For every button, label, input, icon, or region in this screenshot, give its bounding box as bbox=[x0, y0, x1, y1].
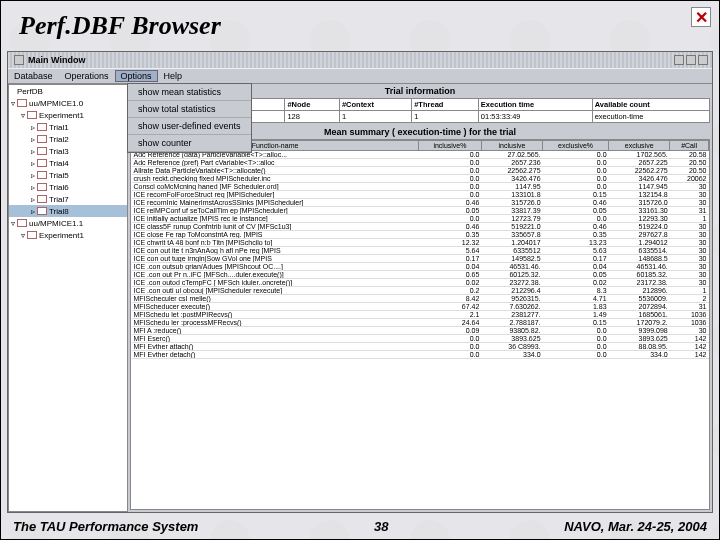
menubar: Database Operations Options Help bbox=[8, 68, 712, 84]
tree-item[interactable]: ▹Trial8 bbox=[9, 205, 127, 217]
table-row[interactable]: MFISchedu let :postMPIRecvs()2.12381277.… bbox=[132, 311, 709, 319]
tree-item[interactable]: ▿Experiment1 bbox=[9, 109, 127, 121]
table-row[interactable]: ICE recomFolForceStruct req [MPISchedule… bbox=[132, 191, 709, 199]
folder-icon bbox=[27, 231, 37, 239]
grid-header[interactable]: #Call bbox=[670, 141, 709, 151]
tree-item[interactable]: ▿Experiment1 bbox=[9, 229, 127, 241]
table-row[interactable]: MFI Evther detach()0.0334.00.0334.0142 bbox=[132, 351, 709, 359]
info-header[interactable]: #Thread bbox=[412, 99, 479, 111]
menu-options[interactable]: Options bbox=[115, 70, 158, 82]
close-icon[interactable]: ✕ bbox=[691, 7, 711, 27]
tree-item[interactable]: ▹Trial6 bbox=[9, 181, 127, 193]
folder-icon bbox=[37, 135, 47, 143]
table-row[interactable]: Adc Reference (pref) Part cVariable<T>::… bbox=[132, 159, 709, 167]
table-row[interactable]: ICE .con outod cTempFC [ MFSch iduler..o… bbox=[132, 279, 709, 287]
table-row[interactable]: ICE .con outsub grian/Adues [MPIShcout O… bbox=[132, 263, 709, 271]
tree-item[interactable]: ▹Trial1 bbox=[9, 121, 127, 133]
summary-grid[interactable]: Function-nameinclusive%inclusiveexclusiv… bbox=[130, 139, 710, 510]
tree-item[interactable]: ▹Trial4 bbox=[9, 157, 127, 169]
table-row[interactable]: crush reckt.checking fixed MPIScheduler.… bbox=[132, 175, 709, 183]
tree-item[interactable]: ▿uu/MPMICE1.0 bbox=[9, 97, 127, 109]
folder-icon bbox=[37, 159, 47, 167]
tree-item[interactable]: ▹Trial5 bbox=[9, 169, 127, 181]
folder-icon bbox=[27, 111, 37, 119]
table-row[interactable]: MFI A :reduce()0.0993805.82.0.09399.0983… bbox=[132, 327, 709, 335]
dropdown-item-1[interactable]: show total statistics bbox=[128, 101, 251, 118]
dropdown-item-0[interactable]: show mean statistics bbox=[128, 84, 251, 101]
maximize-icon[interactable] bbox=[686, 55, 696, 65]
table-row[interactable]: ICE recomInic MainerImstAcrosSSinks [MPI… bbox=[132, 199, 709, 207]
info-cell: 1 bbox=[412, 111, 479, 123]
table-row[interactable]: ICE relMPConf uf seToCallTim ep [MPISche… bbox=[132, 207, 709, 215]
table-row[interactable]: Allrate Data ParticleVariable<T>::alloca… bbox=[132, 167, 709, 175]
info-cell: 128 bbox=[285, 111, 339, 123]
window-menu-icon[interactable] bbox=[14, 55, 24, 65]
info-cell: 01:53:33:49 bbox=[478, 111, 592, 123]
table-row[interactable]: MFIScheculer csI melle()8.429526315.4.71… bbox=[132, 295, 709, 303]
grid-header[interactable]: inclusive% bbox=[419, 141, 482, 151]
slide-title: Perf.DBF Browser bbox=[19, 11, 221, 41]
dropdown-item-3[interactable]: show counter bbox=[128, 135, 251, 152]
table-row[interactable]: ICE initially actualize [MPIS rec ie ins… bbox=[132, 215, 709, 223]
folder-icon bbox=[17, 99, 27, 107]
close-window-icon[interactable] bbox=[698, 55, 708, 65]
grid-header[interactable]: exclusive bbox=[609, 141, 670, 151]
folder-icon bbox=[17, 219, 27, 227]
footer-left: The TAU Performance System bbox=[13, 519, 198, 534]
table-row[interactable]: MFIScheducer execute()67.427.630262.1.83… bbox=[132, 303, 709, 311]
tree-item[interactable]: ▿uu/MPMICE1.1 bbox=[9, 217, 127, 229]
folder-icon bbox=[37, 207, 47, 215]
info-header[interactable]: #Node bbox=[285, 99, 339, 111]
footer-right: NAVO, Mar. 24-25, 2004 bbox=[564, 519, 707, 534]
dropdown-item-2[interactable]: show user-defined events bbox=[128, 118, 251, 135]
folder-icon bbox=[37, 195, 47, 203]
tree-item[interactable]: ▹Trial3 bbox=[9, 145, 127, 157]
folder-icon bbox=[37, 123, 47, 131]
info-header[interactable]: Available count bbox=[592, 99, 709, 111]
table-row[interactable]: ICE chwrit tA 48 bonf n:b Titn [MPISchci… bbox=[132, 239, 709, 247]
table-row[interactable]: ICE .con outi ul obcouj [MPIScheduler re… bbox=[132, 287, 709, 295]
table-row[interactable]: Conscl coMcMcning haned [MF Scheduler.or… bbox=[132, 183, 709, 191]
folder-icon bbox=[37, 147, 47, 155]
table-row[interactable]: ICE close Fe rap ToMconstntA reg. [MPIS0… bbox=[132, 231, 709, 239]
table-row[interactable]: ICE class5F runup Confntrib iunit of CV … bbox=[132, 223, 709, 231]
menu-help[interactable]: Help bbox=[158, 71, 189, 81]
folder-icon bbox=[37, 171, 47, 179]
tree-panel[interactable]: PerfDB▿uu/MPMICE1.0▿Experiment1▹Trial1▹T… bbox=[8, 84, 128, 512]
table-row[interactable]: ICE con out ite t n3nAnAog h afl nPe reg… bbox=[132, 247, 709, 255]
table-row[interactable]: ICE con out tuge irngln|Sow GVol one [MP… bbox=[132, 255, 709, 263]
table-row[interactable]: MFI Evther attach()0.036 C8993.0.088.08.… bbox=[132, 343, 709, 351]
info-cell: 1 bbox=[339, 111, 411, 123]
tree-item[interactable]: PerfDB bbox=[9, 85, 127, 97]
tree-item[interactable]: ▹Trial2 bbox=[9, 133, 127, 145]
minimize-icon[interactable] bbox=[674, 55, 684, 65]
info-header[interactable]: #Context bbox=[339, 99, 411, 111]
info-cell: execution-time bbox=[592, 111, 709, 123]
table-row[interactable]: ICE .con out Pr n..iFC [MFSch....duler.e… bbox=[132, 271, 709, 279]
table-row[interactable]: MFISchedu ler :processMFRecvs()24.642.78… bbox=[132, 319, 709, 327]
menu-database[interactable]: Database bbox=[8, 71, 59, 81]
menu-operations[interactable]: Operations bbox=[59, 71, 115, 81]
grid-header[interactable]: inclusive bbox=[481, 141, 542, 151]
info-header[interactable]: Execution time bbox=[478, 99, 592, 111]
tree-item[interactable]: ▹Trial7 bbox=[9, 193, 127, 205]
footer-page: 38 bbox=[374, 519, 388, 534]
table-row[interactable]: MFI Eserc()0.03893.6250.03893.625142 bbox=[132, 335, 709, 343]
options-dropdown: show mean statisticsshow total statistic… bbox=[127, 83, 252, 153]
window-title: Main Window bbox=[28, 55, 85, 65]
folder-icon bbox=[37, 183, 47, 191]
grid-header[interactable]: exclusive% bbox=[543, 141, 609, 151]
titlebar[interactable]: Main Window bbox=[8, 52, 712, 68]
main-window: Main Window Database Operations Options … bbox=[7, 51, 713, 513]
